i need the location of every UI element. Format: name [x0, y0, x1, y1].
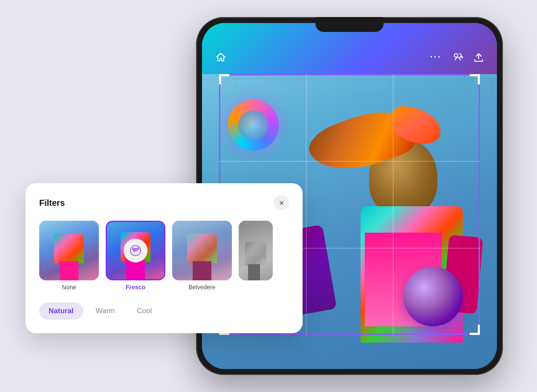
add-friend-icon[interactable] — [451, 51, 464, 63]
crop-corner-tl — [219, 74, 229, 84]
filter-thumb-fresco[interactable] — [106, 221, 165, 280]
grid-line-vertical-2 — [393, 74, 393, 335]
more-icon[interactable]: ··· — [430, 52, 442, 63]
filter-label-belvedere: Belvedere — [188, 284, 215, 291]
filter-item-belvedere[interactable]: Belvedere — [172, 221, 232, 291]
filter-item-fresco[interactable]: Fresco — [106, 221, 165, 291]
crop-corner-tr — [470, 74, 480, 84]
filter-label-fresco: Fresco — [126, 284, 145, 291]
svg-point-0 — [454, 54, 458, 57]
share-icon[interactable] — [473, 51, 484, 63]
filters-header: Filters ✕ — [39, 195, 289, 210]
svg-point-6 — [133, 250, 135, 251]
grid-line-vertical-1 — [306, 74, 306, 335]
tone-warm-button[interactable]: Warm — [87, 303, 124, 320]
tone-row: Natural Warm Cool — [39, 303, 289, 320]
tone-natural-button[interactable]: Natural — [39, 303, 83, 320]
filter-label-none: None — [62, 284, 76, 291]
home-icon[interactable] — [215, 51, 227, 63]
svg-point-5 — [137, 248, 139, 250]
filter-thumb-belvedere[interactable] — [172, 221, 232, 280]
filter-item-fourth[interactable] — [239, 221, 273, 291]
phone-action-icons: ··· — [430, 51, 484, 63]
fresco-icon — [124, 239, 147, 262]
filters-title: Filters — [39, 198, 65, 208]
filters-panel: Filters ✕ None — [26, 183, 303, 333]
crop-corner-br — [470, 325, 480, 335]
tone-cool-button[interactable]: Cool — [127, 303, 161, 320]
grid-line-horizontal-1 — [219, 161, 480, 161]
filter-thumb-fourth[interactable] — [239, 221, 273, 280]
close-button[interactable]: ✕ — [274, 195, 289, 210]
phone-notch — [315, 17, 384, 32]
filter-thumb-none[interactable] — [39, 221, 99, 280]
filter-item-none[interactable]: None — [39, 221, 99, 291]
filters-thumbnails: None — [39, 221, 289, 291]
